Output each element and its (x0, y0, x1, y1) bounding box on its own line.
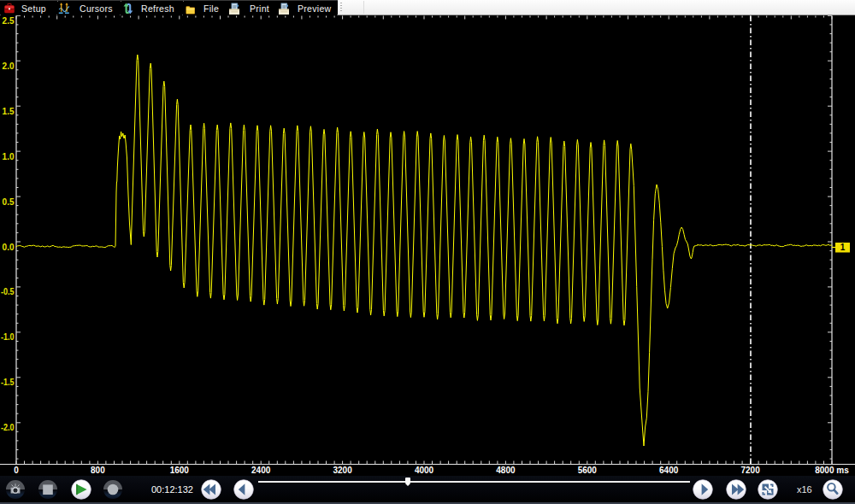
svg-text:4000: 4000 (415, 466, 434, 475)
svg-text:1: 1 (840, 243, 846, 252)
svg-text:5600: 5600 (578, 466, 598, 475)
svg-text:1.0: 1.0 (3, 152, 15, 161)
svg-text:0.5: 0.5 (3, 197, 15, 207)
svg-text:800: 800 (91, 466, 105, 475)
svg-text:-1.0: -1.0 (1, 332, 15, 342)
svg-text:6400: 6400 (659, 466, 679, 475)
svg-text:4800: 4800 (496, 466, 516, 475)
svg-text:1.5: 1.5 (3, 107, 15, 116)
svg-text:2.0: 2.0 (3, 62, 15, 71)
svg-text:-1.5: -1.5 (1, 378, 15, 387)
svg-text:2400: 2400 (251, 466, 271, 475)
svg-text:1600: 1600 (170, 466, 190, 475)
svg-text:-2.0: -2.0 (1, 423, 15, 432)
svg-text:8000 ms: 8000 ms (815, 466, 849, 475)
svg-text:2.5: 2.5 (3, 16, 15, 26)
svg-text:-0.5: -0.5 (1, 287, 15, 296)
svg-text:7200: 7200 (740, 466, 760, 475)
svg-text:3200: 3200 (333, 466, 352, 475)
svg-text:0.0: 0.0 (3, 243, 15, 252)
svg-text:0: 0 (14, 466, 19, 475)
